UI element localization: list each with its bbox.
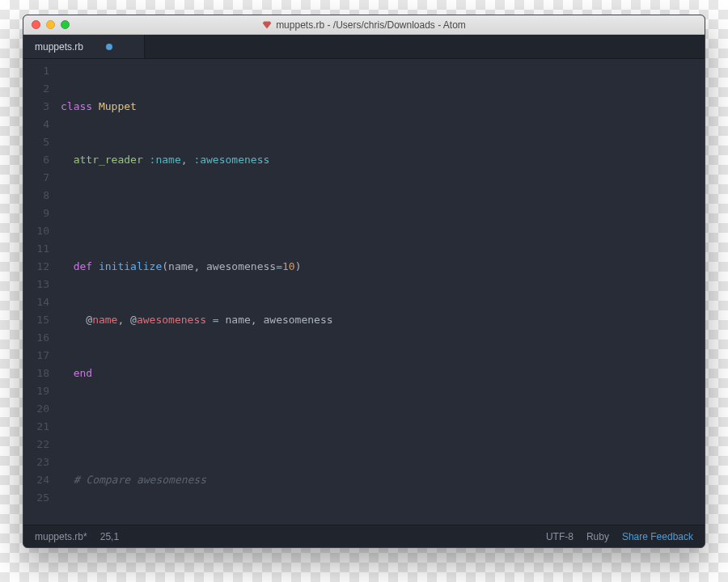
window-controls <box>23 20 70 29</box>
line-number: 10 <box>23 222 49 240</box>
titlebar[interactable]: muppets.rb - /Users/chris/Downloads - At… <box>23 15 705 35</box>
line-number: 20 <box>23 400 49 418</box>
line-number: 16 <box>23 329 49 347</box>
editor-area[interactable]: 1234567891011121314151617181920212223242… <box>23 59 705 525</box>
code-line: attr_reader :name, :awesomeness <box>61 151 705 169</box>
status-language[interactable]: Ruby <box>586 531 609 542</box>
status-cursor-position[interactable]: 25,1 <box>100 531 119 542</box>
line-number: 3 <box>23 98 49 116</box>
line-number: 7 <box>23 169 49 187</box>
code-line: @name, @awesomeness = name, awesomeness <box>61 311 705 329</box>
line-number: 11 <box>23 240 49 258</box>
code-line: def initialize(name, awesomeness=10) <box>61 258 705 276</box>
minimize-icon[interactable] <box>46 20 55 29</box>
tab-muppets-rb[interactable]: muppets.rb <box>23 35 145 58</box>
tab-bar: muppets.rb <box>23 35 705 59</box>
line-number: 14 <box>23 293 49 311</box>
line-number: 19 <box>23 382 49 400</box>
code-line <box>61 418 705 436</box>
zoom-icon[interactable] <box>61 20 70 29</box>
line-number: 1 <box>23 62 49 80</box>
line-number: 23 <box>23 453 49 471</box>
line-number: 9 <box>23 205 49 222</box>
line-number: 21 <box>23 418 49 436</box>
share-feedback-link[interactable]: Share Feedback <box>622 531 693 542</box>
line-number: 6 <box>23 151 49 169</box>
code-line <box>61 205 705 222</box>
line-number: 18 <box>23 365 49 382</box>
line-number: 4 <box>23 116 49 133</box>
status-bar: muppets.rb* 25,1 UTF-8 Ruby Share Feedba… <box>23 525 705 547</box>
window-title: muppets.rb - /Users/chris/Downloads - At… <box>23 19 705 31</box>
line-number: 12 <box>23 258 49 276</box>
line-number: 25 <box>23 489 49 507</box>
line-number: 17 <box>23 347 49 365</box>
line-number: 15 <box>23 311 49 329</box>
window-title-text: muppets.rb - /Users/chris/Downloads - At… <box>276 19 466 31</box>
close-icon[interactable] <box>32 20 40 29</box>
code-content[interactable]: class Muppet attr_reader :name, :awesome… <box>61 62 705 525</box>
status-encoding[interactable]: UTF-8 <box>546 531 574 542</box>
code-line: class Muppet <box>61 98 705 116</box>
editor-window: muppets.rb - /Users/chris/Downloads - At… <box>23 15 705 548</box>
line-number-gutter: 1234567891011121314151617181920212223242… <box>23 62 61 525</box>
ruby-file-icon <box>262 20 272 30</box>
code-line: end <box>61 365 705 382</box>
line-number: 24 <box>23 471 49 489</box>
line-number: 22 <box>23 436 49 453</box>
line-number: 5 <box>23 133 49 151</box>
line-number: 2 <box>23 80 49 98</box>
code-line: # Compare awesomeness <box>61 471 705 489</box>
line-number: 8 <box>23 187 49 205</box>
line-number: 13 <box>23 276 49 293</box>
tab-label: muppets.rb <box>35 41 83 53</box>
modified-indicator-icon <box>106 44 112 50</box>
status-file[interactable]: muppets.rb* <box>35 531 87 542</box>
